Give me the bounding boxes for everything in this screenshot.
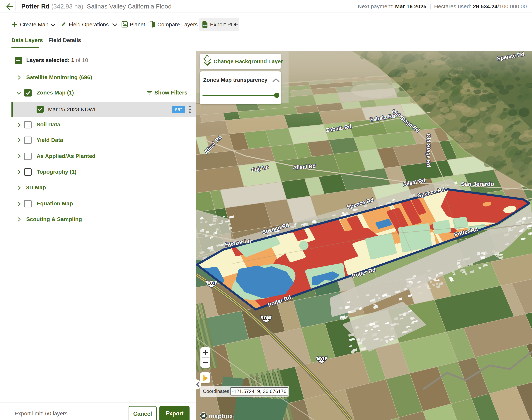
svg-text:-121.572419, 36.676176: -121.572419, 36.676176: [232, 389, 286, 394]
svg-text:101: 101: [208, 281, 215, 286]
svg-text:San Jerardo: San Jerardo: [461, 181, 494, 187]
svg-text:Old Stage Rd: Old Stage Rd: [426, 134, 432, 167]
svg-text:Zones Map transparency: Zones Map transparency: [203, 77, 268, 83]
svg-text:mapbox: mapbox: [209, 412, 233, 420]
svg-text:101: 101: [262, 315, 270, 321]
svg-text:Coordinates: Coordinates: [203, 389, 229, 394]
svg-text:101: 101: [318, 356, 325, 362]
svg-text:PDF: PDF: [203, 24, 207, 27]
svg-text:Change Background Layer: Change Background Layer: [213, 58, 283, 64]
